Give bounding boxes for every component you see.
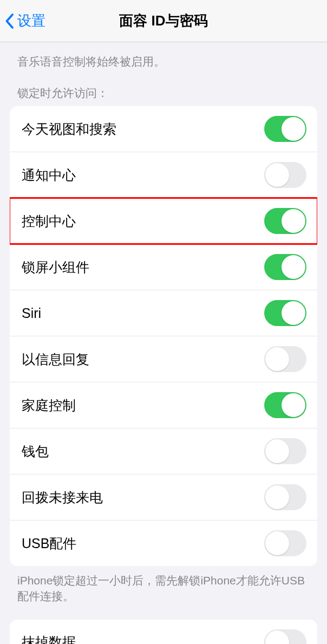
toggle-knob — [265, 630, 289, 644]
toggle-knob — [265, 531, 289, 555]
lock-access-group: 今天视图和搜索通知中心控制中心锁屏小组件Siri以信息回复家庭控制钱包回拨未接来… — [10, 106, 317, 566]
home-control-toggle[interactable] — [264, 392, 306, 418]
lock-screen-widgets-toggle[interactable] — [264, 254, 306, 280]
lock-screen-widgets-row: 锁屏小组件 — [10, 244, 317, 290]
notification-center-label: 通知中心 — [22, 166, 76, 184]
home-control-label: 家庭控制 — [22, 396, 76, 414]
lock-access-footer: iPhone锁定超过一小时后，需先解锁iPhone才能允许USB配件连接。 — [0, 566, 327, 620]
toggle-knob — [265, 163, 289, 187]
usb-accessories-toggle[interactable] — [264, 530, 306, 556]
toggle-knob — [265, 439, 289, 463]
page-title: 面容 ID与密码 — [119, 11, 207, 30]
return-missed-calls-toggle[interactable] — [264, 484, 306, 510]
wallet-row: 钱包 — [10, 428, 317, 474]
siri-row: Siri — [10, 290, 317, 336]
toggle-knob — [265, 485, 289, 509]
lock-screen-widgets-label: 锁屏小组件 — [22, 258, 89, 276]
toggle-knob — [265, 347, 289, 371]
wallet-label: 钱包 — [22, 443, 49, 460]
erase-group: 抹掉数据 — [10, 620, 317, 644]
notification-center-toggle[interactable] — [264, 162, 306, 188]
today-view-search-toggle[interactable] — [264, 116, 306, 142]
toggle-knob — [282, 117, 305, 141]
erase-data-row: 抹掉数据 — [10, 620, 317, 644]
toggle-knob — [282, 209, 305, 233]
return-missed-calls-label: 回拨未接来电 — [22, 489, 103, 506]
toggle-knob — [282, 393, 305, 417]
erase-data-label: 抹掉数据 — [22, 633, 76, 644]
voice-control-note: 音乐语音控制将始终被启用。 — [0, 49, 327, 82]
toggle-knob — [282, 255, 305, 279]
today-view-search-row: 今天视图和搜索 — [10, 106, 317, 152]
back-button[interactable]: 设置 — [4, 11, 45, 30]
wallet-toggle[interactable] — [264, 438, 306, 464]
reply-with-message-row: 以信息回复 — [10, 336, 317, 382]
today-view-search-label: 今天视图和搜索 — [22, 120, 116, 138]
notification-center-row: 通知中心 — [10, 152, 317, 198]
usb-accessories-row: USB配件 — [10, 521, 317, 566]
control-center-toggle[interactable] — [264, 208, 306, 234]
home-control-row: 家庭控制 — [10, 382, 317, 428]
control-center-row: 控制中心 — [10, 198, 317, 244]
lock-access-header: 锁定时允许访问： — [0, 82, 327, 106]
siri-toggle[interactable] — [264, 300, 306, 326]
return-missed-calls-row: 回拨未接来电 — [10, 474, 317, 521]
reply-with-message-toggle[interactable] — [264, 346, 306, 372]
chevron-left-icon — [4, 13, 14, 29]
erase-data-toggle[interactable] — [264, 629, 306, 644]
siri-label: Siri — [22, 305, 41, 321]
usb-accessories-label: USB配件 — [22, 535, 76, 552]
nav-header: 设置 面容 ID与密码 — [0, 0, 327, 42]
reply-with-message-label: 以信息回复 — [22, 350, 89, 368]
back-label: 设置 — [17, 11, 45, 30]
toggle-knob — [282, 301, 305, 325]
control-center-label: 控制中心 — [22, 212, 76, 230]
content: 音乐语音控制将始终被启用。 锁定时允许访问： 今天视图和搜索通知中心控制中心锁屏… — [0, 42, 327, 644]
